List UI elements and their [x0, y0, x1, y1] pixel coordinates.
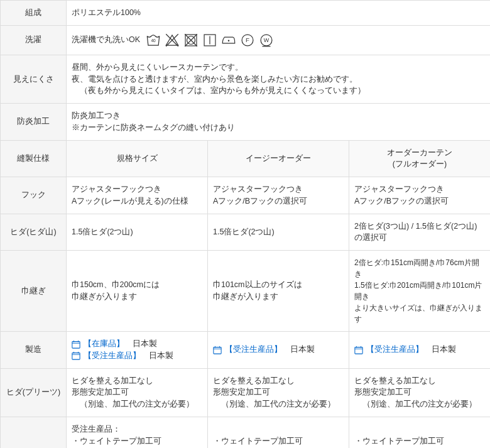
- label-pleat-mt: ヒダ(ヒダ山): [1, 214, 67, 251]
- calendar-icon: [354, 346, 363, 354]
- opt-easy: ・ウェイトテープ加工可 ・裾フリル加工可 （別途、加工代の注文が必要） ※形態安…: [208, 417, 349, 448]
- wj-standard: 巾150cm、巾200cmには 巾継ぎが入ります: [67, 251, 208, 332]
- pc-easy: ヒダを整える加工なし 形態安定加工可 （別途、加工代の注文が必要）: [208, 368, 349, 417]
- fire-l2: ※カーテンに防炎ネームタグの縫い付けあり: [72, 123, 235, 132]
- wj-easy: 巾101cm以上のサイズは 巾継ぎが入ります: [208, 251, 349, 332]
- calendar-icon: [213, 346, 222, 354]
- label-pleat-crease: ヒダ(プリーツ): [1, 368, 67, 417]
- pleatmt-standard: 1.5倍ヒダ(2つ山): [67, 214, 208, 251]
- pc-full: ヒダを整える加工なし 形態安定加工可 （別途、加工代の注文が必要）: [349, 368, 491, 417]
- label-manufacture: 製造: [1, 332, 67, 369]
- svg-point-5: [227, 40, 229, 41]
- no-bleach-icon: [164, 32, 180, 48]
- hook-full: アジャスターフックつき Aフック/Bフックの選択可: [349, 177, 491, 214]
- wj-full: 2倍ヒダ:巾151cm両開き/巾76cm片開き 1.5倍ヒダ:巾201cm両開き…: [349, 251, 491, 332]
- svg-text:F: F: [246, 36, 249, 43]
- col-full: オーダーカーテン (フルオーダー): [349, 140, 491, 177]
- wetclean-w-icon: W: [258, 32, 275, 48]
- calendar-icon: [72, 351, 80, 360]
- label-hook: フック: [1, 177, 67, 214]
- wash-40-icon: 40: [145, 32, 161, 48]
- svg-rect-23: [355, 347, 362, 354]
- label-composition: 組成: [1, 1, 67, 26]
- pleatmt-full: 2倍ヒダ(3つ山) / 1.5倍ヒダ(2つ山)の選択可: [349, 214, 491, 251]
- mfg-full: 【受注生産品】 日本製: [349, 332, 491, 369]
- vis-l3: （夜も外から見えにくいタイプは、室内からも外が見えにくくなっています）: [72, 85, 485, 97]
- value-washing: 洗濯機で丸洗いOK 40 F W: [67, 25, 491, 55]
- svg-text:40: 40: [151, 38, 156, 43]
- label-washing: 洗濯: [1, 25, 67, 55]
- svg-rect-19: [214, 347, 221, 354]
- label-visibility: 見えにくさ: [1, 55, 67, 103]
- mfg-easy: 【受注生産品】 日本製: [208, 332, 349, 369]
- no-tumble-icon: [183, 32, 199, 48]
- svg-rect-11: [72, 341, 80, 348]
- col-full-l1: オーダーカーテン: [387, 148, 452, 157]
- svg-text:W: W: [263, 37, 269, 43]
- mfg-standard: 【在庫品】 日本製 【受注生産品】 日本製: [67, 332, 208, 369]
- col-full-l2: (フルオーダー): [393, 160, 447, 168]
- opt-full: ・ウェイトテープ加工可 ・裾フリル加工可 （別途、加工代の注文が必要） ※形態安…: [349, 417, 491, 448]
- svg-rect-15: [72, 353, 80, 360]
- hook-standard: アジャスターフックつき Aフック(レールが見える)の仕様: [67, 177, 208, 214]
- care-icons: 40 F W: [145, 32, 275, 48]
- value-composition: ポリエステル100%: [67, 1, 491, 26]
- label-fire: 防炎加工: [1, 104, 67, 141]
- mto-label: 【受注生産品】: [84, 351, 141, 360]
- value-fire: 防炎加工つき ※カーテンに防炎ネームタグの縫い付けあり: [67, 104, 491, 141]
- spec-table: 組成 ポリエステル100% 洗濯 洗濯機で丸洗いOK 40 F W 見えにくさ …: [0, 0, 490, 448]
- dryclean-f-icon: F: [239, 32, 256, 48]
- calendar-icon: [72, 340, 80, 349]
- pc-standard: ヒダを整える加工なし 形態安定加工可 （別途、加工代の注文が必要）: [67, 368, 208, 417]
- label-width-join: 巾継ぎ: [1, 251, 67, 332]
- fire-l1: 防炎加工つき: [72, 111, 121, 120]
- value-visibility: 昼間、外から見えにくいレースカーテンです。 夜、電気を点けると透けますが、室内か…: [67, 55, 491, 103]
- stock-label: 【在庫品】: [84, 339, 124, 348]
- vis-l2: 夜、電気を点けると透けますが、室内から景色を楽しみたい方にお勧めです。: [72, 75, 357, 84]
- label-options: 他オプション加工: [1, 417, 67, 448]
- washing-text: 洗濯機で丸洗いOK: [72, 35, 140, 44]
- iron-low-icon: [220, 32, 237, 48]
- hook-easy: アジャスターフックつき Aフック/Bフックの選択可: [208, 177, 349, 214]
- opt-standard: 受注生産品： ・ウェイトテープ加工可 ・裾フリル加工可 （別途、加工代の注文が必…: [67, 417, 208, 448]
- label-sewing: 縫製仕様: [1, 140, 67, 177]
- col-standard: 規格サイズ: [67, 140, 208, 177]
- vis-l1: 昼間、外から見えにくいレースカーテンです。: [72, 63, 243, 72]
- col-easy: イージーオーダー: [208, 140, 349, 177]
- dry-shade-icon: [202, 32, 218, 48]
- pleatmt-easy: 1.5倍ヒダ(2つ山): [208, 214, 349, 251]
